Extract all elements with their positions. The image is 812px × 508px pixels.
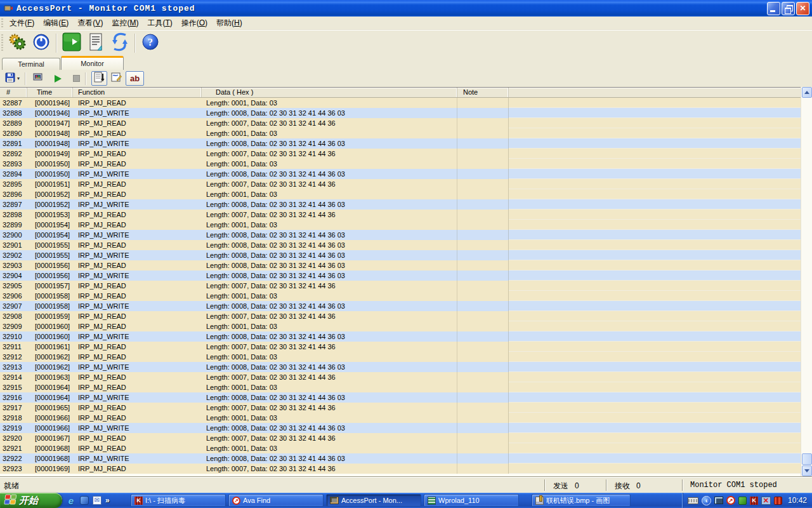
table-row[interactable]: 32898[00001953]IRP_MJ_READLength: 0007, … — [0, 210, 812, 220]
table-row[interactable]: 32889[00001947]IRP_MJ_READLength: 0007, … — [0, 118, 812, 128]
restore-button[interactable] — [782, 2, 795, 15]
power-meter-icon[interactable] — [774, 497, 782, 505]
table-row[interactable]: 32902[00001955]IRP_MJ_WRITELength: 0008,… — [0, 250, 812, 260]
cell-d: Length: 0007, Data: 02 30 31 32 41 44 36 — [202, 342, 457, 352]
table-row[interactable]: 32900[00001954]IRP_MJ_WRITELength: 0008,… — [0, 230, 812, 240]
taskbar-button-5[interactable]: 联机错误.bmp - 画图 — [532, 494, 631, 507]
table-row[interactable]: 32915[00001964]IRP_MJ_READLength: 0001, … — [0, 382, 812, 392]
menu-item-m[interactable]: 监控(M) — [107, 17, 143, 30]
table-row[interactable]: 32901[00001955]IRP_MJ_READLength: 0008, … — [0, 240, 812, 250]
network-error-icon[interactable]: ✕ — [761, 497, 771, 505]
ie-icon[interactable]: e — [66, 495, 76, 505]
table-row[interactable]: 32887[00001946]IRP_MJ_READLength: 0001, … — [0, 98, 812, 108]
go-button[interactable] — [60, 32, 84, 55]
table-row[interactable]: 32909[00001960]IRP_MJ_READLength: 0001, … — [0, 321, 812, 331]
title-bar[interactable]: AccessPort - Monitor COM1 stoped ✕ — [0, 0, 812, 17]
table-row[interactable]: 32897[00001952]IRP_MJ_WRITELength: 0008,… — [0, 199, 812, 210]
cell-note — [457, 301, 509, 311]
table-row[interactable]: 32907[00001958]IRP_MJ_WRITELength: 0008,… — [0, 301, 812, 311]
table-row[interactable]: 32921[00001968]IRP_MJ_READLength: 0001, … — [0, 443, 812, 453]
menu-item-o[interactable]: 操作(O) — [177, 17, 212, 30]
taskbar-button-2[interactable]: ↗Ava Find — [228, 494, 324, 507]
table-row[interactable]: 32912[00001962]IRP_MJ_READLength: 0001, … — [0, 352, 812, 362]
table-row[interactable]: 32896[00001952]IRP_MJ_READLength: 0001, … — [0, 189, 812, 199]
table-row[interactable]: 32905[00001957]IRP_MJ_READLength: 0007, … — [0, 281, 812, 291]
minimize-button[interactable] — [767, 2, 780, 15]
table-row[interactable]: 32903[00001956]IRP_MJ_READLength: 0008, … — [0, 260, 812, 271]
table-row[interactable]: 32910[00001960]IRP_MJ_WRITELength: 0008,… — [0, 331, 812, 342]
tab-terminal[interactable]: Terminal — [2, 58, 60, 70]
table-row[interactable]: 32918[00001966]IRP_MJ_READLength: 0001, … — [0, 413, 812, 423]
table-row[interactable]: 32893[00001950]IRP_MJ_READLength: 0001, … — [0, 159, 812, 169]
cell-note — [457, 179, 509, 189]
ab-display-toggle[interactable]: ab — [126, 71, 144, 86]
menu-item-t[interactable]: 工具(T) — [143, 17, 176, 30]
scroll-down-button[interactable] — [802, 465, 812, 476]
settings-button[interactable] — [5, 32, 29, 55]
save-button[interactable]: ▾ — [3, 71, 22, 86]
close-button[interactable]: ✕ — [796, 2, 809, 15]
table-row[interactable]: 32913[00001962]IRP_MJ_WRITELength: 0008,… — [0, 362, 812, 372]
col-header-data[interactable]: Data ( Hex ) — [202, 88, 457, 97]
table-row[interactable]: 32914[00001963]IRP_MJ_READLength: 0007, … — [0, 372, 812, 382]
autoscroll-toggle[interactable] — [91, 71, 107, 86]
table-row[interactable]: 32920[00001967]IRP_MJ_READLength: 0007, … — [0, 433, 812, 443]
cell-note — [457, 281, 509, 291]
menu-item-e[interactable]: 编辑(E) — [39, 17, 73, 30]
ime-tray-icon[interactable] — [738, 497, 747, 505]
vertical-scrollbar[interactable] — [801, 87, 812, 476]
table-row[interactable]: 32892[00001949]IRP_MJ_READLength: 0007, … — [0, 149, 812, 159]
col-header-num[interactable]: # — [0, 88, 27, 97]
cell-f: IRP_MJ_READ — [73, 291, 202, 301]
stop-monitor-button[interactable] — [71, 71, 82, 86]
avafind-tray-icon[interactable]: ↗ — [726, 496, 735, 505]
messenger-icon[interactable] — [80, 496, 89, 505]
monitor-toolbar: ▾ — [0, 70, 812, 87]
scrollbar-thumb[interactable] — [802, 453, 812, 465]
tray-collapse-icon[interactable]: ‹ — [702, 496, 711, 505]
table-row[interactable]: 32888[00001946]IRP_MJ_WRITELength: 0008,… — [0, 108, 812, 118]
table-row[interactable]: 32916[00001964]IRP_MJ_WRITELength: 0008,… — [0, 392, 812, 403]
menu-item-f[interactable]: 文件(F) — [5, 17, 39, 30]
export-button[interactable] — [31, 71, 45, 86]
chevron-more-icon[interactable]: » — [105, 496, 110, 505]
col-header-function[interactable]: Function — [73, 88, 202, 97]
table-row[interactable]: 32904[00001956]IRP_MJ_WRITELength: 0008,… — [0, 271, 812, 281]
scroll-up-button[interactable] — [802, 87, 812, 98]
help-button[interactable]: ? — [138, 32, 162, 55]
table-row[interactable]: 32899[00001954]IRP_MJ_READLength: 0001, … — [0, 220, 812, 230]
table-row[interactable]: 32917[00001965]IRP_MJ_READLength: 0007, … — [0, 403, 812, 413]
tab-monitor[interactable]: Monitor — [61, 56, 124, 70]
menu-grip[interactable] — [1, 18, 3, 27]
taskbar-button-1[interactable]: KI:\ - 扫描病毒 — [131, 494, 226, 507]
swap-button[interactable] — [108, 32, 132, 55]
outlook-express-icon[interactable]: ✉ — [93, 496, 102, 505]
table-row[interactable]: 32908[00001959]IRP_MJ_READLength: 0007, … — [0, 311, 812, 321]
note-edit-button[interactable] — [109, 71, 124, 86]
log-button[interactable] — [84, 32, 108, 55]
table-row[interactable]: 32894[00001950]IRP_MJ_WRITELength: 0008,… — [0, 169, 812, 179]
taskbar-clock[interactable]: 10:42 — [788, 496, 807, 505]
col-header-time[interactable]: Time — [27, 88, 73, 97]
table-row[interactable]: 32895[00001951]IRP_MJ_READLength: 0007, … — [0, 179, 812, 189]
start-button[interactable]: 开始 — [0, 493, 62, 508]
start-monitor-button[interactable] — [53, 71, 63, 86]
keyboard-icon[interactable] — [688, 497, 698, 504]
menu-item-h[interactable]: 帮助(H) — [212, 17, 247, 30]
table-row[interactable]: 32906[00001958]IRP_MJ_READLength: 0001, … — [0, 291, 812, 301]
toolbar-grip[interactable] — [1, 34, 3, 52]
taskbar-button-3[interactable]: AccessPort - Mon... — [326, 494, 421, 507]
table-row[interactable]: 32922[00001968]IRP_MJ_WRITELength: 0008,… — [0, 453, 812, 464]
save-dropdown-icon[interactable]: ▾ — [17, 76, 20, 81]
table-row[interactable]: 32919[00001966]IRP_MJ_WRITELength: 0008,… — [0, 423, 812, 433]
menu-item-v[interactable]: 查看(V) — [73, 17, 107, 30]
table-row[interactable]: 32890[00001948]IRP_MJ_READLength: 0001, … — [0, 128, 812, 138]
table-row[interactable]: 32911[00001961]IRP_MJ_READLength: 0007, … — [0, 342, 812, 352]
taskbar-button-4[interactable]: Wprolad_110 — [424, 494, 519, 507]
table-row[interactable]: 32923[00001969]IRP_MJ_READLength: 0007, … — [0, 464, 812, 474]
kaspersky-tray-icon[interactable]: K — [750, 497, 758, 505]
display-tray-icon[interactable] — [714, 497, 723, 504]
power-button[interactable] — [29, 32, 53, 55]
table-row[interactable]: 32891[00001948]IRP_MJ_WRITELength: 0008,… — [0, 138, 812, 149]
col-header-note[interactable]: Note — [457, 88, 509, 97]
